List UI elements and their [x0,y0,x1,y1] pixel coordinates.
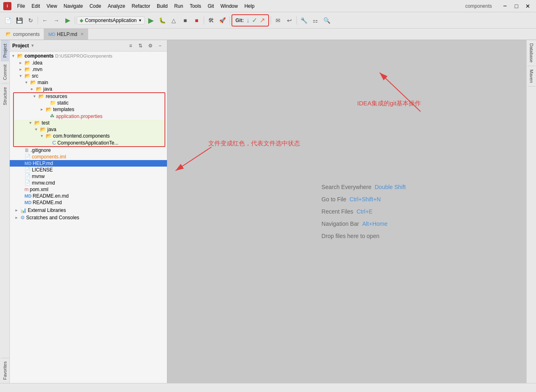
shortcut-nav: Navigation Bar Alt+Home [322,220,406,227]
shortcuts-panel: Search Everywhere Double Shift Go to Fil… [322,184,406,239]
settings-btn[interactable]: 🔧 [298,15,309,26]
file-tree: ▼ 📂 components D:\USERPROG\components ► … [10,51,167,383]
sidebar-item-project[interactable]: Project [1,40,9,61]
tree-item-scratches[interactable]: ► ⚙ Scratches and Consoles [10,214,167,221]
tree-item-mvn[interactable]: ► 📂 .mvn [10,66,167,73]
menu-edit[interactable]: Edit [28,2,43,10]
folder-icon-idea: 📂 [24,60,31,66]
sidebar-item-database[interactable]: Database [527,40,536,66]
tree-item-static[interactable]: 📁 static [14,100,165,106]
run-recent-btn[interactable]: ▶ [62,15,73,26]
tab-help-md[interactable]: M​D HELP.md ✕ [44,29,88,40]
app-props-label: application.properties [56,114,102,119]
xml-icon: m [24,187,29,192]
pom-label: pom.xml [30,187,48,192]
tree-item-readme[interactable]: MD README.md [10,199,167,206]
menu-help[interactable]: Help [241,2,258,10]
sort-btn[interactable]: ⇅ [136,41,145,50]
menu-file[interactable]: File [14,2,28,10]
menu-refactor[interactable]: Refactor [129,2,153,10]
tree-item-test[interactable]: ▼ 📂 test [14,120,165,126]
more-run-btn[interactable]: ■ [180,15,191,26]
java-test-class-icon: C [52,140,56,146]
build-btn[interactable]: 🛠 [206,15,216,26]
tree-item-package[interactable]: ▼ 📂 com.frontend.components [14,133,165,139]
tree-item-test-java[interactable]: ▼ 📂 java [14,126,165,133]
folder-icon-java-test: 📂 [40,127,46,132]
git-update-icon[interactable]: ↓ [246,17,249,24]
collapse-all-btn[interactable]: ≡ [126,41,135,50]
menu-analyze[interactable]: Analyze [105,2,129,10]
spring-icon: ☘ [50,113,55,119]
menu-view[interactable]: View [43,2,60,10]
git-toolbar-box: Git: ↓ ✓ ↗ [231,14,269,27]
menu-build[interactable]: Build [153,2,171,10]
app-icon: i [3,2,11,10]
close-button[interactable]: ✕ [523,2,533,10]
search-everywhere-btn[interactable]: 🔍 [321,15,332,26]
tree-item-license[interactable]: 📄 LICENSE [10,167,167,173]
tree-item-help-md[interactable]: MD HELP.md [10,160,167,167]
tree-item-readme-en[interactable]: MD README.en.md [10,193,167,199]
menu-code[interactable]: Code [86,2,105,10]
tab-close-icon[interactable]: ✕ [80,32,84,36]
scratches-label: Scratches and Consoles [26,215,79,220]
run-btn[interactable]: ▶ [146,15,156,26]
tree-item-app-props[interactable]: ☘ application.properties [14,113,165,120]
debug-btn[interactable]: 🐛 [157,15,168,26]
tree-item-mvnw-cmd[interactable]: 📄 mvnw.cmd [10,180,167,186]
status-bar [0,383,536,392]
root-path: D:\USERPROG\components [55,53,112,58]
menu-git[interactable]: Git [205,2,217,10]
tree-item-mvnw[interactable]: 📄 mvnw [10,173,167,180]
tree-item-iml[interactable]: 📄 components.iml [10,154,167,160]
deploy-btn[interactable]: 🚀 [217,15,228,26]
folder-icon-main: 📂 [30,80,36,85]
tree-item-root[interactable]: ▼ 📂 components D:\USERPROG\components [10,52,167,60]
tree-item-templates[interactable]: ► 📂 templates [14,106,165,113]
folder-icon-templates: 📂 [46,107,52,112]
save-btn[interactable]: 💾 [14,15,24,26]
panel-settings-btn[interactable]: ⚙ [146,41,155,50]
sidebar-item-favorites[interactable]: Favorites [1,358,9,383]
tree-item-test-class[interactable]: C ComponentsApplicationTe... [14,139,165,146]
run-config-selector[interactable]: ◆ ComponentsApplication ▼ [77,16,145,24]
shortcut-goto-file: Go to File Ctrl+Shift+N [322,196,406,203]
tree-item-pom[interactable]: m pom.xml [10,186,167,193]
tree-item-resources[interactable]: ▼ 📂 resources [14,93,165,100]
coverage-btn[interactable]: △ [169,15,179,26]
new-file-btn[interactable]: 📄 [2,15,13,26]
idea-label: .idea [32,60,42,66]
tree-item-main[interactable]: ▼ 📂 main [10,79,167,86]
git-commit-icon[interactable]: ✓ [252,16,257,24]
tree-item-ext-lib[interactable]: ► 📊 External Libraries [10,207,167,214]
sidebar-item-maven[interactable]: Maven [527,66,536,87]
menu-run[interactable]: Run [171,2,187,10]
git-push-icon[interactable]: ↗ [260,16,265,24]
sync-btn[interactable]: ↻ [25,15,36,26]
minimize-button[interactable]: − [500,2,510,10]
tree-item-idea[interactable]: ► 📂 .idea [10,60,167,66]
tree-item-src[interactable]: ▼ 📂 src [10,73,167,79]
folder-icon-static: 📁 [50,100,56,106]
menu-tools[interactable]: Tools [187,2,205,10]
tab-components[interactable]: 📂 components [2,29,44,40]
maximize-button[interactable]: □ [512,2,521,10]
panel-dropdown-icon[interactable]: ▼ [31,43,35,48]
tree-item-gitignore[interactable]: 🗎 .gitignore [10,147,167,154]
shortcut-search-text: Search Everywhere [322,184,371,190]
undo-btn[interactable]: ↩ [284,15,295,26]
stop-btn[interactable]: ■ [191,15,202,26]
menu-window[interactable]: Window [217,2,241,10]
readme-label: README.md [33,200,62,205]
hide-panel-btn[interactable]: − [156,41,165,50]
menu-navigate[interactable]: Navigate [60,2,86,10]
sidebar-item-commit[interactable]: Commit [1,61,9,83]
back-btn[interactable]: ← [40,15,50,26]
layout-btn[interactable]: ⚏ [310,15,320,26]
forward-btn[interactable]: → [51,15,62,26]
script-icon-mvnw-cmd: 📄 [24,180,31,186]
tree-item-main-java[interactable]: ► 📂 java [10,86,167,92]
history-btn[interactable]: ✉ [273,15,283,26]
sidebar-item-structure[interactable]: Structure [1,83,9,109]
